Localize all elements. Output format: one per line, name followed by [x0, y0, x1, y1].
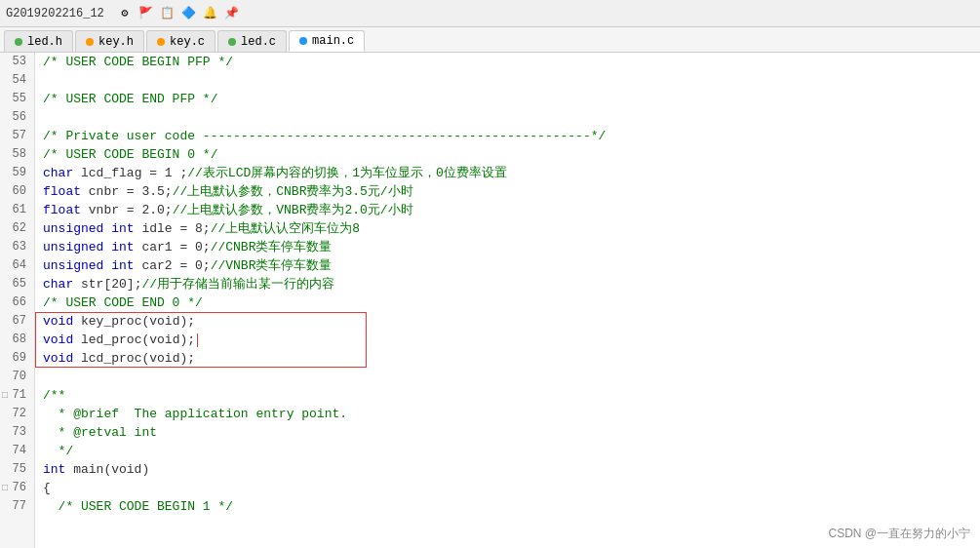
line-number-73: 73	[4, 423, 30, 442]
tab-dot-led-h	[15, 38, 22, 46]
code-line-71: /**	[43, 386, 980, 405]
line-number-75: 75	[4, 460, 30, 479]
code-line-68: void led_proc(void);	[43, 331, 980, 349]
title-text: G2019202216_12	[6, 7, 104, 20]
code-line-75: int main(void)	[43, 460, 980, 479]
line-number-64: 64	[4, 256, 30, 275]
tab-dot-led-c	[228, 38, 236, 46]
code-line-56	[43, 108, 980, 127]
code-line-54	[43, 71, 980, 90]
tab-dot-main-c	[299, 37, 307, 45]
icon-alert[interactable]: 🔔	[202, 5, 219, 22]
tab-dot-key-c	[157, 38, 165, 46]
code-line-64: unsigned int car2 = 0;//VNBR类车停车数量	[43, 256, 980, 275]
code-line-69: void lcd_proc(void);	[43, 349, 980, 368]
line-number-61: 61	[4, 201, 30, 219]
code-line-59: char lcd_flag = 1 ;//表示LCD屏幕内容的切换，1为车位显示…	[43, 164, 980, 182]
tab-label-key-c: key.c	[170, 35, 205, 49]
tab-main-c[interactable]: main.c	[289, 30, 365, 52]
line-number-70: 70	[4, 368, 30, 386]
code-line-63: unsigned int car1 = 0;//CNBR类车停车数量	[43, 238, 980, 256]
icon-flag[interactable]: 🚩	[137, 5, 155, 22]
title-bar: G2019202216_12 ⚙ 🚩 📋 🔷 🔔 📌	[0, 0, 980, 27]
tab-key-c[interactable]: key.c	[146, 30, 216, 52]
code-line-60: float cnbr = 3.5;//上电默认参数，CNBR费率为3.5元/小时	[43, 182, 980, 201]
code-line-62: unsigned int idle = 8;//上电默认认空闲车位为8	[43, 219, 980, 238]
line-number-71: 71	[4, 386, 30, 405]
code-line-55: /* USER CODE END PFP */	[43, 90, 980, 108]
tab-led-h[interactable]: led.h	[4, 30, 73, 52]
code-area[interactable]: /* USER CODE BEGIN PFP *//* USER CODE EN…	[35, 53, 980, 548]
code-line-73: * @retval int	[43, 423, 980, 442]
tab-bar: led.hkey.hkey.cled.cmain.c	[0, 27, 980, 53]
tab-label-led-h: led.h	[27, 35, 62, 49]
watermark: CSDN @一直在努力的小宁	[828, 526, 970, 542]
tab-led-c[interactable]: led.c	[217, 30, 287, 52]
tab-key-h[interactable]: key.h	[75, 30, 144, 52]
title-icons: ⚙ 🚩 📋 🔷 🔔 📌	[116, 5, 241, 22]
line-number-54: 54	[4, 71, 30, 90]
line-number-60: 60	[4, 182, 30, 201]
line-numbers: 5354555657585960616263646566676869707172…	[0, 53, 35, 548]
code-line-53: /* USER CODE BEGIN PFP */	[43, 53, 980, 71]
tab-dot-key-h	[86, 38, 94, 46]
icon-settings[interactable]: ⚙	[116, 5, 134, 22]
code-line-66: /* USER CODE END 0 */	[43, 294, 980, 312]
line-number-77: 77	[4, 497, 30, 516]
line-number-72: 72	[4, 405, 30, 423]
editor-container: 5354555657585960616263646566676869707172…	[0, 53, 980, 548]
line-number-59: 59	[4, 164, 30, 182]
code-line-72: * @brief The application entry point.	[43, 405, 980, 423]
line-number-55: 55	[4, 90, 30, 108]
code-line-57: /* Private user code -------------------…	[43, 127, 980, 145]
code-line-74: */	[43, 442, 980, 460]
line-number-74: 74	[4, 442, 30, 460]
line-number-65: 65	[4, 275, 30, 294]
icon-pin[interactable]: 📌	[223, 5, 241, 22]
tab-label-main-c: main.c	[312, 34, 354, 48]
code-line-58: /* USER CODE BEGIN 0 */	[43, 145, 980, 164]
line-number-66: 66	[4, 294, 30, 312]
code-line-65: char str[20];//用于存储当前输出某一行的内容	[43, 275, 980, 294]
line-number-69: 69	[4, 349, 30, 368]
code-line-61: float vnbr = 2.0;//上电默认参数，VNBR费率为2.0元/小时	[43, 201, 980, 219]
tab-label-led-c: led.c	[241, 35, 276, 49]
code-line-70	[43, 368, 980, 386]
tab-label-key-h: key.h	[98, 35, 134, 49]
text-cursor	[197, 333, 198, 347]
line-number-63: 63	[4, 238, 30, 256]
icon-diamond[interactable]: 🔷	[180, 5, 198, 22]
icon-copy[interactable]: 📋	[159, 5, 176, 22]
code-line-77: /* USER CODE BEGIN 1 */	[43, 497, 980, 516]
code-line-67: void key_proc(void);	[43, 312, 980, 331]
code-line-76: {	[43, 479, 980, 497]
line-number-62: 62	[4, 219, 30, 238]
line-number-58: 58	[4, 145, 30, 164]
line-number-57: 57	[4, 127, 30, 145]
line-number-76: 76	[4, 479, 30, 497]
line-number-67: 67	[4, 312, 30, 331]
line-number-53: 53	[4, 53, 30, 71]
line-number-68: 68	[4, 331, 30, 349]
line-number-56: 56	[4, 108, 30, 127]
